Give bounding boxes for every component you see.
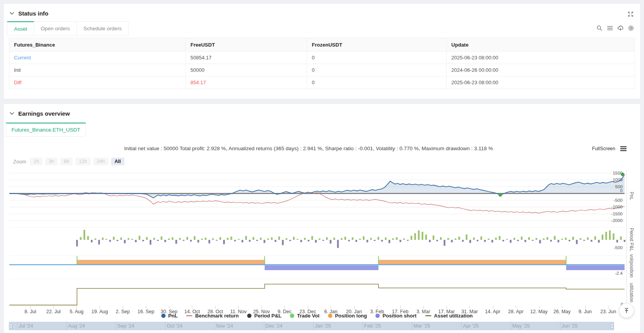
legend-item-pnl[interactable]: PnL — [161, 313, 178, 319]
tab-schedule-orders[interactable]: Schedule orders — [77, 21, 129, 36]
zoom-button-1h[interactable]: 1h — [30, 158, 42, 165]
earnings-overview-card: Earnings overview Futures_Binance.ETH_US… — [4, 104, 640, 333]
legend-dot-icon — [328, 314, 332, 318]
diff-frozen: 0 — [307, 76, 447, 89]
x-tick — [284, 306, 285, 309]
chart-legend: PnLBenchmark returnPeriod P&LTrade VolPo… — [9, 313, 625, 319]
navigator-separator — [560, 322, 560, 330]
x-tick — [238, 306, 239, 309]
legend-item-position-short[interactable]: Position short — [375, 313, 416, 319]
nav-handle-right[interactable] — [610, 323, 614, 329]
legend-label: Asset utilization — [434, 313, 473, 319]
table-row-current: Current 50854.17 0 2025-06-23 08:00:00 — [9, 52, 635, 64]
pnl-chart[interactable]: 150010005000-500-1000-1500-2000 — [9, 170, 625, 222]
x-tick — [77, 306, 77, 309]
legend-item-benchmark-return[interactable]: Benchmark return — [186, 313, 239, 319]
svg-text:1500: 1500 — [613, 171, 623, 175]
row-label-current[interactable]: Current — [9, 52, 186, 64]
legend-item-period-p-l[interactable]: Period P&L — [247, 313, 281, 319]
gear-icon[interactable] — [628, 25, 634, 31]
navigator-separator — [313, 322, 314, 330]
status-section-title: Status info — [18, 10, 49, 17]
period-pnl-chart[interactable]: -500 — [9, 227, 625, 252]
svg-text:-2000: -2000 — [611, 218, 623, 223]
svg-text:-1000: -1000 — [611, 205, 623, 209]
col-frozenusdt: FrozenUSDT — [307, 38, 447, 52]
navigator-month-label: Aug '24 — [68, 323, 85, 329]
earnings-section-title: Earnings overview — [18, 110, 70, 117]
navigator-month-label: Jun '25 — [562, 323, 578, 329]
zoom-button-12h[interactable]: 12h — [75, 158, 91, 165]
row-label-init: Init — [9, 64, 186, 76]
diff-update: 2025-06-23 08:00:00 — [447, 76, 635, 89]
svg-text:-500: -500 — [614, 198, 623, 203]
legend-dot-icon — [375, 314, 380, 318]
legend-label: Benchmark return — [195, 313, 239, 319]
tab-open-orders[interactable]: Open orders — [34, 21, 77, 36]
nav-handle-left[interactable] — [9, 323, 12, 329]
x-tick — [377, 306, 377, 309]
x-tick — [447, 306, 447, 309]
current-free: 50854.17 — [186, 52, 307, 64]
cloud-download-icon[interactable] — [617, 25, 624, 31]
x-tick — [469, 306, 470, 309]
x-tick — [169, 306, 169, 309]
x-tick — [562, 306, 562, 309]
zoom-button-8h[interactable]: 8h — [60, 158, 73, 165]
zoom-button-24h[interactable]: 24h — [93, 158, 108, 165]
init-update: 2024-06-26 00:00:00 — [447, 64, 635, 76]
navigator-month-label: Oct '24 — [167, 323, 183, 329]
list-icon[interactable] — [607, 25, 613, 31]
x-tick — [215, 306, 216, 309]
navigator-month-label: Dec '24 — [265, 323, 283, 329]
zoom-button-all[interactable]: All — [111, 158, 124, 165]
legend-item-trade-vol[interactable]: Trade Vol — [290, 313, 319, 319]
fullscreen-control: FullScreen — [592, 146, 627, 151]
legend-line-icon — [186, 315, 192, 316]
zoom-label: Zoom — [13, 159, 26, 165]
navigator-separator — [165, 322, 166, 330]
x-tick — [99, 306, 100, 309]
legend-label: Trade Vol — [297, 313, 319, 319]
chart-menu-icon[interactable] — [620, 146, 627, 151]
collapse-chevron-icon[interactable] — [9, 112, 14, 115]
vol-position-chart[interactable]: -2.4 — [9, 255, 625, 276]
x-tick — [354, 306, 354, 309]
tab-futures-binance-eth-usdt[interactable]: Futures_Binance.ETH_USDT — [6, 123, 86, 137]
navigator-separator — [461, 322, 462, 330]
svg-text:-500: -500 — [614, 245, 623, 250]
legend-item-position-long[interactable]: Position long — [328, 313, 367, 319]
navigator-month-label: Jul '24 — [19, 323, 33, 329]
legend-label: Position short — [382, 313, 416, 319]
navigator-separator — [215, 322, 215, 330]
legend-label: Period P&L — [254, 313, 281, 319]
svg-text:-2.4: -2.4 — [615, 271, 623, 276]
svg-text:0: 0 — [620, 188, 623, 193]
scroll-to-top-button[interactable] — [619, 303, 634, 318]
fullscreen-button[interactable]: FullScreen — [592, 146, 615, 151]
x-axis-ticks — [9, 306, 625, 309]
zoom-button-3h[interactable]: 3h — [45, 158, 58, 165]
search-icon[interactable] — [596, 25, 603, 31]
navigator-separator — [363, 322, 363, 330]
navigator-month-label: Jan '25 — [315, 323, 331, 329]
row-label-diff: Diff — [9, 76, 186, 89]
x-tick — [608, 306, 609, 309]
stats-summary: Initial net value : 50000 Total profit: … — [9, 146, 608, 151]
current-update: 2025-06-23 08:00:00 — [447, 52, 635, 64]
table-toolbar — [596, 25, 634, 31]
utilization-chart[interactable]: 0 — [9, 279, 625, 307]
diff-free: 854.17 — [186, 76, 307, 89]
x-tick — [192, 306, 192, 309]
x-tick — [331, 306, 331, 309]
x-tick — [516, 306, 516, 309]
range-navigator[interactable]: Jul '24Aug '24Sep '24Oct '24Nov '24Dec '… — [9, 322, 614, 330]
col-update: Update — [447, 38, 635, 52]
expand-icon[interactable] — [627, 11, 634, 17]
col-futures-binance: Futures_Binance — [9, 38, 186, 52]
tab-asset[interactable]: Asset — [7, 21, 34, 36]
legend-item-asset-utilization[interactable]: Asset utilization — [425, 313, 473, 319]
x-tick — [308, 306, 308, 309]
vol-position-axis-title: vol/position — [629, 255, 634, 276]
collapse-chevron-icon[interactable] — [9, 12, 14, 15]
